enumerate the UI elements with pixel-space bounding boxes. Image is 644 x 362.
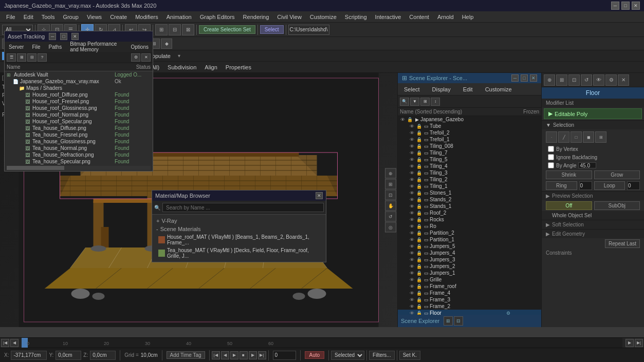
se-list-item[interactable]: 👁🔒▭Roof_2 [398,209,541,216]
mp-section-preview-sel[interactable]: ▶ Preview Selection [542,191,644,200]
mp-utility-icon[interactable]: ⚙ [605,74,617,86]
mp-poly-btn[interactable]: ◼ [583,131,594,143]
se-list-item[interactable]: 👁🔒▭Frame_roof [398,283,541,290]
mp-extra-icon[interactable]: ✕ [618,74,629,86]
sb-play-btn[interactable]: ▶ [230,351,238,359]
substance-btn[interactable]: ◆ [161,39,172,49]
mw-material-item[interactable]: Tea_house_MAT ( VRayMtl ) [Decks, Field,… [154,246,324,260]
mp-ring-btn[interactable]: Ring [546,181,577,190]
se-list-item[interactable]: 👁🔒▭Tube [398,123,541,129]
sb-prev-frame-btn[interactable]: ◀ [221,351,229,359]
at-list-item[interactable]: 🖼House_roof_Diffuse.pngFound [5,91,153,98]
se-layer-btn[interactable]: ⊞ [420,98,430,106]
at-list-item[interactable]: 📄Japanese_Gazebo_max_vray.maxOk [5,78,153,85]
menu-animation[interactable]: Animation [162,13,196,21]
se-eye-toggle[interactable]: 👁 [408,157,415,162]
at-menu-options[interactable]: Options [127,43,153,51]
se-eye-toggle[interactable]: 👁 [408,291,415,296]
se-eye-toggle[interactable]: 👁 [408,284,415,289]
at-close-btn[interactable]: ✕ [71,33,79,40]
mp-motion-icon[interactable]: ↺ [581,74,592,86]
se-list-item[interactable]: 👁🔒▭Grille [398,276,541,283]
se-search-btn[interactable]: 🔍 [400,98,409,106]
se-action-customize[interactable]: Customize [481,85,516,93]
se-eye-toggle[interactable]: 👁 [408,224,415,229]
se-action-edit[interactable]: Edit [459,85,477,93]
at-list-item[interactable]: 🖼Tea_house_Diffuse.pngFound [5,125,153,131]
at-min-btn[interactable]: ─ [49,33,56,40]
maximize-btn[interactable]: □ [621,2,630,10]
mw-close-btn[interactable]: ✕ [316,192,323,199]
se-lock-toggle[interactable]: 🔒 [415,204,422,209]
se-list-item[interactable]: 👁🔒▭Trefoil_1 [398,136,541,143]
se-close-btn[interactable]: ✕ [530,74,537,82]
sb-frame-number[interactable] [273,351,296,360]
at-list-item[interactable]: 🖼Tea_house_Fresnel.pngFound [5,131,153,138]
at-tb-help-btn[interactable]: ? [38,53,47,62]
se-list-item[interactable]: 👁🔒▭Jumpers_4 [398,250,541,256]
se-lock-toggle[interactable]: 🔒 [415,137,422,142]
mp-object-name[interactable]: Floor [542,87,644,99]
se-layers-btn[interactable]: ⊞ [444,316,453,326]
se-list-item[interactable]: 👁🔒▭Tiling_4 [398,163,541,169]
mp-by-angle-val[interactable] [578,162,596,168]
se-lock-toggle[interactable]: 🔒 [415,304,422,309]
se-list-item[interactable]: 👁🔒▭Ro [398,223,541,230]
align-btn[interactable]: ⊠ [182,24,194,35]
mp-by-vertex-cb[interactable] [548,146,554,152]
menu-arnold[interactable]: Arnold [433,13,458,21]
at-tb-close-all-btn[interactable]: ✕ [141,53,151,62]
menu-customize[interactable]: Customize [306,13,341,21]
se-list-item[interactable]: 👁🔒▭Tiling_008 [398,143,541,149]
se-lock-toggle[interactable]: 🔒 [415,284,422,289]
se-list-item[interactable]: 👁🔒▭Tiling_3 [398,169,541,176]
se-eye-toggle[interactable]: 👁 [408,130,415,136]
se-lock-toggle[interactable]: 🔒 [415,217,422,222]
se-eye-toggle[interactable]: 👁 [408,190,415,196]
mw-scene-materials-section[interactable]: - Scene Materials [154,225,324,233]
at-menu-bitmap[interactable]: Bitmap Performance and Memory [66,40,126,53]
se-list-item[interactable]: 👁🔒▭Frame_3 [398,296,541,303]
at-list-item[interactable]: 🖼Tea_house_Refraction.pngFound [5,151,153,158]
menu-rendering[interactable]: Rendering [239,13,273,21]
sb-auto-key-btn[interactable]: Auto [305,351,325,359]
stb2-align[interactable]: Align [200,63,221,71]
se-lock-toggle[interactable]: 🔒 [415,277,422,282]
at-menu-file[interactable]: File [28,43,44,51]
menu-tools[interactable]: Tools [38,13,59,21]
zoom-region-btn[interactable]: ⊡ [385,189,396,200]
title-bar-controls[interactable]: ─ □ ✕ [611,2,640,10]
se-list-item[interactable]: 👁🔒▭Frame_2 [398,303,541,310]
sb-selection-dropdown[interactable]: Selected [331,351,364,360]
mirror-btn[interactable]: ⊞ [155,24,168,35]
menu-scripting[interactable]: Scripting [341,13,371,21]
se-eye-toggle[interactable]: 👁 [408,311,415,315]
se-eye-toggle[interactable]: 👁 [408,244,415,249]
se-lock-toggle[interactable]: 🔒 [415,190,422,196]
at-list-item[interactable]: 📁Maps / Shaders [5,85,153,91]
field-of-view-btn[interactable]: ◎ [385,222,396,232]
zoom-all-btn[interactable]: ⊞ [385,179,396,189]
se-list-item[interactable]: 👁🔒▭Trefoil_2 [398,129,541,136]
sb-set-k-btn[interactable]: Set K. [399,351,420,360]
se-lock-toggle[interactable]: 🔒 [415,244,422,249]
sb-next-frame-btn[interactable]: ▶ [249,351,257,359]
se-list-item[interactable]: 👁🔒▭Frame_4 [398,290,541,296]
se-eye-toggle[interactable]: 👁 [408,184,415,189]
se-action-display[interactable]: Display [428,85,455,93]
mp-section-selection[interactable]: ▼ Selection [542,120,644,129]
se-lock-toggle[interactable]: 🔒 [415,150,422,156]
se-lock-icon[interactable]: 🔒 [406,117,413,122]
se-row-japanese-gazebo[interactable]: 👁 🔒 ▶ Japanese_Gazebo [398,116,541,123]
at-list-item[interactable]: 🖼Tea_house_Glossiness.pngFound [5,138,153,145]
at-tb-tree-btn[interactable]: ⊞ [17,53,26,62]
at-max-btn[interactable]: □ [60,33,67,40]
se-eye-icon[interactable]: 👁 [399,117,406,122]
mp-loop-btn[interactable]: Loop [594,181,625,190]
mp-by-angle-cb[interactable] [548,162,554,168]
mp-edge-btn[interactable]: ╱ [558,131,569,143]
mp-ring-val[interactable] [579,181,592,190]
se-grid-btn[interactable]: ⊟ [454,316,463,326]
se-lock-toggle[interactable]: 🔒 [415,144,422,149]
path-display[interactable] [288,25,329,35]
